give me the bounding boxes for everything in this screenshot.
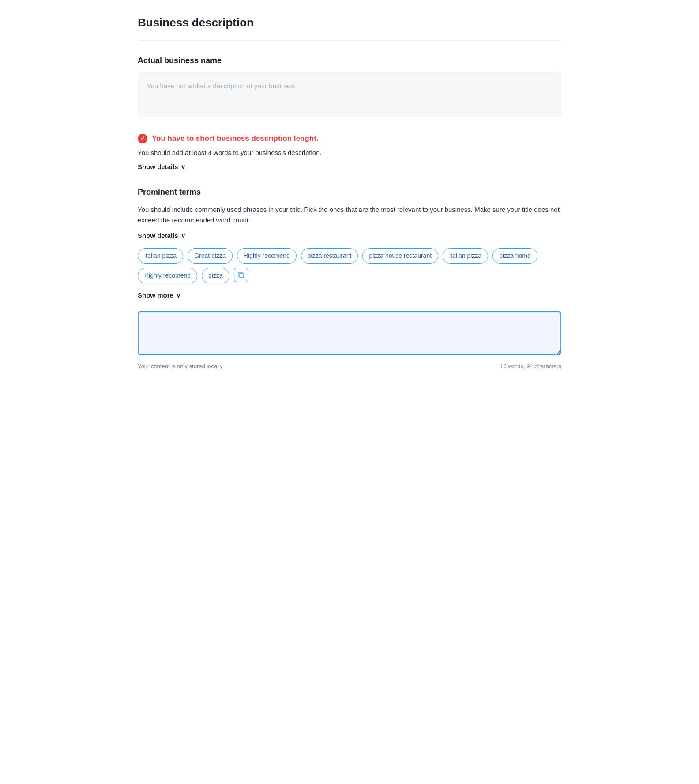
alert-title: You have to short business description l… — [152, 133, 319, 144]
prominent-show-details-button[interactable]: Show details ∨ — [138, 232, 185, 239]
alert-header: You have to short business description l… — [138, 133, 561, 144]
chevron-down-icon: ∨ — [181, 163, 185, 170]
alert-body: You should add at least 4 words to your … — [138, 148, 561, 158]
list-item[interactable]: pizza — [202, 268, 229, 283]
list-item[interactable]: Great pizza — [188, 248, 233, 264]
page-title: Business description — [138, 14, 561, 31]
section-divider — [138, 40, 561, 41]
prominent-terms-section: Prominent terms You should include commo… — [138, 186, 561, 299]
list-item[interactable]: pizza restaurant — [301, 248, 358, 264]
page-container: Business description Actual business nam… — [120, 0, 579, 397]
local-notice: Your content is only stored locally — [138, 362, 222, 371]
list-item[interactable]: Highly recomend — [138, 268, 197, 283]
list-item[interactable]: Highly recomend — [237, 248, 297, 264]
business-name-section: Actual business name You have not added … — [138, 55, 561, 117]
alert-show-details-button[interactable]: Show details ∨ — [138, 163, 185, 170]
alert-section: You have to short business description l… — [138, 133, 561, 170]
list-item[interactable]: italian pizza — [443, 248, 488, 264]
show-more-button[interactable]: Show more ∨ — [138, 291, 180, 299]
list-item[interactable]: pizza home — [492, 248, 537, 264]
alert-show-details-label: Show details — [138, 163, 178, 170]
show-more-label: Show more — [138, 291, 173, 299]
business-name-section-title: Actual business name — [138, 55, 561, 67]
svg-rect-0 — [240, 274, 244, 278]
list-item[interactable]: pizza house restaurant — [362, 248, 438, 264]
tags-container: italian pizzaGreat pizzaHighly recomendp… — [138, 248, 561, 283]
copy-button[interactable] — [234, 268, 248, 282]
prominent-terms-description: You should include commonly used phrases… — [138, 204, 561, 226]
alert-icon — [138, 134, 147, 143]
word-count: 16 words, 94 characters — [500, 362, 561, 371]
textarea-footer: Your content is only stored locally 16 w… — [138, 362, 561, 371]
content-textarea[interactable] — [138, 311, 561, 355]
list-item[interactable]: italian pizza — [138, 248, 183, 264]
prominent-terms-title: Prominent terms — [138, 186, 561, 198]
business-description-box: You have not added a description of your… — [138, 73, 561, 117]
chevron-down-icon-show-more: ∨ — [176, 292, 180, 299]
chevron-down-icon-prominent: ∨ — [181, 232, 185, 239]
prominent-show-details-label: Show details — [138, 232, 178, 239]
